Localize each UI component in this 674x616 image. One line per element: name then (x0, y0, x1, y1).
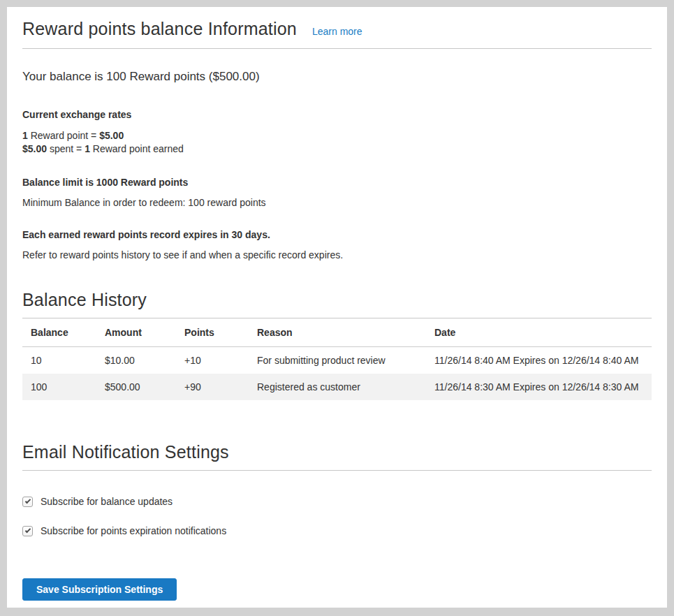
table-cell: 11/26/14 8:40 AM Expires on 12/26/14 8:4… (426, 347, 652, 374)
subscribe-balance-row[interactable]: Subscribe for balance updates (22, 496, 652, 507)
table-header-cell: Date (426, 318, 652, 347)
table-header-cell: Reason (249, 318, 426, 347)
table-header-cell: Balance (22, 318, 96, 347)
table-cell: $10.00 (96, 347, 176, 374)
rate-earn-text: Reward point = (28, 130, 99, 141)
balance-history-header-row: BalanceAmountPointsReasonDate (22, 318, 652, 347)
subscribe-expiration-label: Subscribe for points expiration notifica… (41, 525, 226, 536)
rate-spend-value: $5.00 (22, 143, 47, 154)
table-row: 100$500.00+90Registered as customer11/26… (22, 374, 652, 400)
balance-limit-text: Balance limit is 1000 Reward points (22, 177, 652, 188)
table-cell: Registered as customer (249, 374, 426, 400)
learn-more-link[interactable]: Learn more (312, 26, 362, 37)
table-cell: +10 (176, 347, 249, 374)
table-cell: 11/26/14 8:30 AM Expires on 12/26/14 8:3… (426, 374, 652, 400)
rate-spend-points: 1 (85, 143, 90, 154)
exchange-rate-earn: 1 Reward point = $5.00 (22, 130, 124, 141)
rate-spend-text: spent = (47, 143, 85, 154)
table-cell: 10 (22, 347, 96, 374)
balance-summary: Your balance is 100 Reward points ($500.… (22, 70, 652, 84)
table-row: 10$10.00+10For submitting product review… (22, 347, 652, 374)
exchange-rate-spend: $5.00 spent = 1 Reward point earned (22, 143, 184, 154)
page-title: Reward points balance Information (22, 19, 297, 39)
table-header-cell: Points (176, 318, 249, 347)
balance-history-heading: Balance History (22, 290, 652, 318)
save-subscription-settings-button[interactable]: Save Subscription Settings (22, 578, 177, 601)
table-cell: 100 (22, 374, 96, 400)
subscribe-balance-checkbox[interactable] (22, 497, 33, 507)
expiry-text: Each earned reward points record expires… (22, 229, 652, 240)
table-cell: +90 (176, 374, 249, 400)
reward-points-panel: Reward points balance Information Learn … (7, 7, 667, 608)
subscribe-expiration-row[interactable]: Subscribe for points expiration notifica… (22, 525, 652, 536)
email-settings-heading: Email Notification Settings (22, 442, 652, 471)
subscribe-expiration-checkbox[interactable] (22, 526, 33, 536)
table-cell: $500.00 (96, 374, 176, 400)
table-cell: For submitting product review (249, 347, 426, 374)
min-redeem-text: Minimum Balance in order to redeem: 100 … (22, 197, 652, 208)
subscribe-balance-label: Subscribe for balance updates (41, 496, 173, 507)
expiry-note-text: Refer to reward points history to see if… (22, 249, 652, 261)
rate-earn-value: $5.00 (99, 130, 124, 141)
balance-history-body: 10$10.00+10For submitting product review… (22, 347, 652, 401)
balance-history-table: BalanceAmountPointsReasonDate 10$10.00+1… (22, 318, 652, 400)
checkmark-icon (25, 527, 31, 532)
page-title-row: Reward points balance Information Learn … (22, 7, 652, 49)
exchange-rates-heading: Current exchange rates (22, 109, 652, 120)
exchange-rates: 1 Reward point = $5.00 $5.00 spent = 1 R… (22, 129, 652, 156)
rate-spend-text2: Reward point earned (90, 143, 184, 154)
rate-earn-points: 1 (22, 130, 28, 141)
table-header-cell: Amount (96, 318, 176, 347)
checkmark-icon (25, 497, 31, 503)
